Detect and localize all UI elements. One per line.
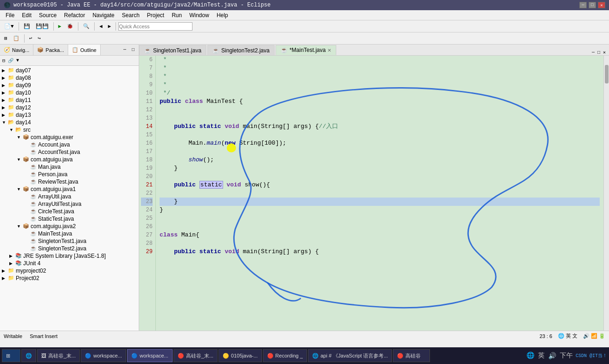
scrollbar-thumb[interactable] [605,65,609,83]
menu-refactor[interactable]: Refactor [60,11,89,19]
tree-item-pkg-java[interactable]: ▼ 📦 com.atguigu.java [0,156,139,163]
tb-new-button[interactable]: 📄▼ [2,22,16,31]
tree-item-arrayutiltest[interactable]: ☕ ArrayUtilTest.java [0,200,139,208]
tb2-btn2[interactable]: 📋 [11,34,22,43]
sidebar-tab-navigator[interactable]: 🧭 Navig... [0,45,33,55]
tree-item-day12[interactable]: ▶ 📁 day12 [0,104,139,111]
tree-item-jre[interactable]: ▶ 📚 JRE System Library [JavaSE-1.8] [0,252,139,260]
tree-label: ArrayUtilTest.java [38,201,81,207]
folder-icon: 📁 [7,97,15,103]
tree-item-junit[interactable]: ▶ 📚 JUnit 4 [0,260,139,267]
tree-item-accounttest[interactable]: ☕ AccountTest.java [0,148,139,156]
tree-item-pkg-java2[interactable]: ▼ 📦 com.atguigu.java2 [0,223,139,230]
tb-save-button[interactable]: 💾 [21,22,32,31]
folder-open-icon: 📂 [7,119,15,126]
tree-item-day11[interactable]: ▶ 📁 day11 [0,96,139,104]
tree-item-singletontest2[interactable]: ☕ SingletonTest2.java [0,245,139,252]
menu-help[interactable]: Help [213,11,232,19]
tab-close-button[interactable]: ✕ [327,48,331,53]
menu-search[interactable]: Search [118,11,143,19]
tb-run-button[interactable]: ▶ [56,22,64,31]
tb-debug-button[interactable]: 🐞 [64,22,76,31]
sidebar-tab-outline[interactable]: 📋 Outline [68,45,101,55]
tree-item-src[interactable]: ▼ 📂 src [0,126,139,134]
tb-back-button[interactable]: ◀ [97,22,105,31]
tree-item-arrayutil[interactable]: ☕ ArrayUtil.java [0,193,139,200]
tree-item-singletontest1[interactable]: ☕ SingletonTest1.java [0,237,139,245]
vertical-scrollbar[interactable] [603,56,609,331]
sidebar-tb-filter[interactable]: ▼ [15,57,20,64]
maximize-button[interactable]: □ [589,2,596,8]
menu-run[interactable]: Run [168,11,186,19]
audio-icon[interactable]: 🔊 [547,352,557,360]
tb2-btn4[interactable]: ↪ [35,34,43,43]
tree-item-pkg-java1[interactable]: ▼ 📦 com.atguigu.java1 [0,185,139,193]
quick-access-input[interactable] [118,22,192,31]
taskbar-item-gaosigusmall[interactable]: 🔴 高硅谷 [393,349,430,362]
folder-icon: 📁 [7,275,15,281]
menu-navigate[interactable]: Navigate [89,11,118,19]
editor-area-minimize[interactable]: ─ [590,50,596,55]
tb2-btn3[interactable]: ↩ [27,34,35,43]
taskbar-item-gaosiguyun[interactable]: 🖼 高硅谷_末... [37,349,80,362]
tree-item-man[interactable]: ☕ Man.java [0,163,139,171]
tab-singletontest2[interactable]: ☕ SingletonTest2.java [207,45,275,55]
tab-maintest[interactable]: ☕ *MainTest.java ✕ [276,45,336,55]
tb-forward-button[interactable]: ▶ [106,22,114,31]
tree-label: StaticTest.java [38,216,74,222]
sidebar-tb-link[interactable]: 🔗 [6,57,15,64]
folder-icon: 📁 [7,89,15,96]
tree-item-reviewtest[interactable]: ☕ ReviewTest.java [0,178,139,185]
package-icon: 📦 [22,223,30,230]
title-bar-controls[interactable]: ─ □ ✕ [579,2,605,8]
editor-area-maximize[interactable]: □ [596,50,602,55]
taskbar-item-gaosiguppt[interactable]: 🔴 高硅谷_末... [173,349,218,362]
taskbar-chrome[interactable]: 🌐 [21,349,36,362]
menu-file[interactable]: File [2,11,18,19]
editor-content[interactable]: 6 7 8 9 10 11 12 13 14 15 16 17 18 19 20… [139,56,609,331]
tb-save-all-button[interactable]: 💾💾 [33,22,51,31]
menu-project[interactable]: Project [143,11,168,19]
menu-source[interactable]: Source [35,11,60,19]
java-file-icon: ☕ [30,164,37,170]
sidebar-maximize-button[interactable]: □ [129,46,137,54]
taskbar-item-0105java[interactable]: 🟡 0105java-... [218,349,262,362]
editor-area-close[interactable]: ✕ [602,50,607,55]
sidebar-minimize-button[interactable]: ─ [121,46,128,54]
tree-item-day13[interactable]: ▶ 📁 day13 [0,111,139,119]
ime-indicator[interactable]: 🌐 英 [526,351,545,360]
sidebar-tab-packages[interactable]: 📦 Packa... [33,45,68,55]
minimize-button[interactable]: ─ [579,2,587,8]
tb-search-button[interactable]: 🔍 [81,22,92,31]
close-button[interactable]: ✕ [598,2,605,8]
tree-item-maintest[interactable]: ☕ MainTest.java [0,230,139,237]
tb2-btn1[interactable]: ⊞ [2,34,10,43]
tree-item-day10[interactable]: ▶ 📁 day10 [0,89,139,96]
taskbar-item-workspace2[interactable]: 🔵 workspace... [127,349,173,362]
menu-edit[interactable]: Edit [18,11,35,19]
code-editor[interactable]: * * * * */ public class MainTest { publi… [156,56,603,256]
start-button[interactable]: ⊞ [2,349,20,362]
menu-window[interactable]: Window [186,11,213,19]
tree-item-pkg-exer[interactable]: ▼ 📦 com.atguigu.exer [0,134,139,141]
tree-item-project02[interactable]: ▶ 📁 Project02 [0,275,139,282]
taskbar-item-recording[interactable]: 🔴 Recording _ [263,349,307,362]
tree-item-circletest[interactable]: ☕ CircleTest.java [0,208,139,215]
java-file-icon: ☕ [30,179,37,185]
taskbar-label: workspace... [93,353,122,358]
taskbar-label: 0105java-... [231,353,257,358]
tree-item-day09[interactable]: ▶ 📁 day09 [0,82,139,89]
ppt-icon: 🔴 [178,353,184,359]
sidebar-tb-collapseall[interactable]: ⊟ [1,57,6,64]
tree-item-account[interactable]: ☕ Account.java [0,141,139,148]
tree-item-day08[interactable]: ▶ 📁 day08 [0,74,139,82]
taskbar-item-api[interactable]: 🌐 api # 《JavaScript 语言参考... [308,349,392,362]
tree-item-day14[interactable]: ▼ 📂 day14 [0,119,139,126]
taskbar-item-workspace1[interactable]: 🔵 workspace... [81,349,126,362]
tab-singletontest1[interactable]: ☕ SingletonTest1.java [139,45,206,55]
tree-item-person[interactable]: ☕ Person.java [0,171,139,178]
tree-arrow: ▶ [9,254,15,258]
tree-item-statictest[interactable]: ☕ StaticTest.java [0,215,139,223]
tree-item-day07[interactable]: ▶ 📁 day07 [0,67,139,74]
tree-item-myproject02[interactable]: ▶ 📁 myproject02 [0,267,139,275]
